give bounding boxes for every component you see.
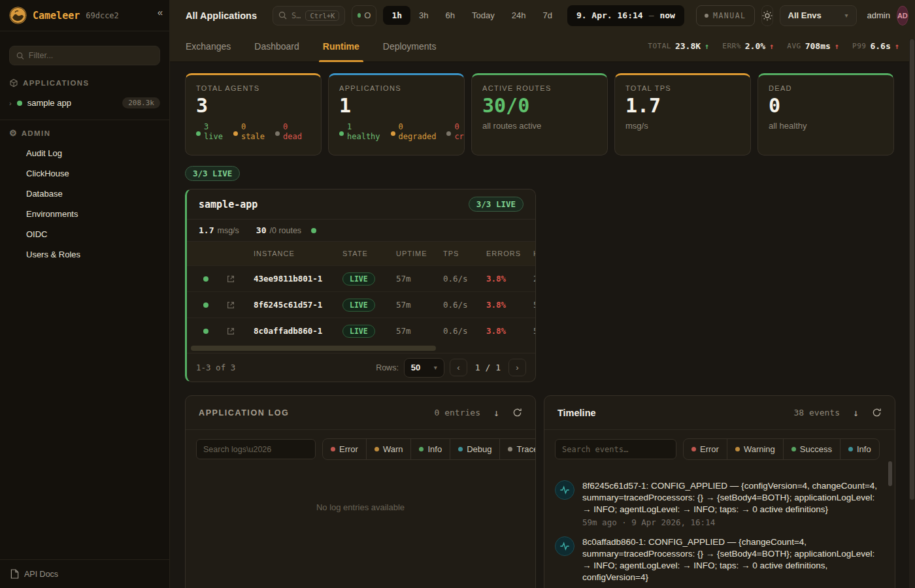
trend-up-icon: ↑ (705, 42, 709, 51)
sidebar-item-users-roles[interactable]: Users & Roles (0, 244, 169, 265)
instance-id[interactable]: 43ee9811b801-1 (244, 274, 342, 284)
rows-per-page-dropdown[interactable]: 50 ▾ (404, 358, 444, 378)
filter-label: Debug (467, 444, 491, 454)
date-range-display[interactable]: 9. Apr. 16:14 – now (567, 5, 684, 26)
time-range-7d[interactable]: 7d (534, 6, 560, 25)
filter-label: Trace (516, 444, 536, 454)
time-range-6h[interactable]: 6h (437, 6, 463, 25)
theme-toggle-button[interactable] (761, 5, 773, 26)
fleet-live-badge: 3/3 LIVE (185, 166, 240, 181)
table-row[interactable]: 43ee9811b801-1 LIVE 57m 0.6/s 3.8% 2 (187, 265, 535, 291)
state-badge: LIVE (342, 299, 375, 312)
main-area: All Applications S… Ctrl+K O 1h 3h 6h To… (170, 0, 915, 588)
debug-dot (458, 447, 463, 451)
document-icon (10, 569, 19, 579)
time-range-24h[interactable]: 24h (503, 6, 535, 25)
refresh-icon[interactable] (872, 408, 882, 417)
filter-debug[interactable]: Debug (450, 438, 500, 460)
table-row[interactable]: 8f6245c61d57-1 LIVE 57m 0.6/s 3.8% 5 (187, 291, 535, 318)
environment-selected-value: All Envs (788, 10, 822, 20)
tps-cell: 0.6/s (443, 300, 486, 310)
manual-mode-dot (705, 14, 708, 18)
download-icon[interactable]: ↓ (853, 407, 859, 419)
status-dot (391, 131, 395, 136)
external-link-icon[interactable] (226, 327, 235, 336)
sidebar-item-clickhouse[interactable]: ClickHouse (0, 163, 169, 184)
date-range-separator: – (649, 10, 654, 20)
connection-status-button[interactable]: O (352, 5, 376, 26)
avatar-initials: AD (897, 12, 908, 20)
sidebar-item-environments[interactable]: Environments (0, 204, 169, 224)
stat-value: 2.0% (745, 41, 765, 51)
sidebar-collapse-icon[interactable]: « (158, 7, 163, 18)
stat-label: TOTAL (648, 42, 671, 50)
instance-id[interactable]: 8c0affadb860-1 (244, 326, 342, 336)
page-scrollbar[interactable] (909, 39, 915, 588)
filter-label: Warn (383, 444, 403, 454)
log-search-input[interactable] (196, 439, 316, 459)
card-applications: APPLICATIONS 1 1healthy 0degraded 0criti (328, 73, 465, 155)
instance-id[interactable]: 8f6245c61d57-1 (244, 300, 342, 310)
next-page-button[interactable]: › (508, 359, 526, 376)
filter-warning[interactable]: Warning (727, 438, 784, 460)
timeline-search-input[interactable] (555, 439, 676, 459)
sidebar-item-sample-app[interactable]: › sample app 208.3k (0, 93, 169, 114)
filter-info[interactable]: Info (840, 438, 880, 460)
prev-page-button[interactable]: ‹ (450, 359, 467, 376)
application-log-header: APPLICATION LOG 0 entries ↓ (186, 396, 535, 430)
avatar[interactable]: AD (897, 6, 908, 25)
table-row[interactable]: 8c0affadb860-1 LIVE 57m 0.6/s 3.8% 5 (187, 318, 535, 344)
event-text: 8f6245c61d57-1: CONFIG_APPLIED — {config… (582, 480, 884, 515)
scrollbar-thumb[interactable] (910, 39, 914, 500)
filter-trace[interactable]: Trace (499, 438, 536, 460)
status-dot (196, 131, 201, 136)
filter-info[interactable]: Info (410, 438, 450, 460)
filter-error[interactable]: Error (322, 438, 367, 460)
filter-warn[interactable]: Warn (366, 438, 412, 460)
filter-input[interactable] (29, 51, 153, 60)
manual-refresh-toggle[interactable]: MANUAL (696, 5, 755, 26)
api-docs-link[interactable]: API Docs (0, 559, 169, 588)
time-range-1h[interactable]: 1h (383, 6, 410, 25)
environment-dropdown[interactable]: All Envs ▾ (780, 5, 857, 26)
substat-label: stale (241, 132, 265, 142)
event-timestamp: 59m ago · 9 Apr 2026, 16:14 (582, 517, 884, 527)
timeline-panel: Timeline 38 events ↓ (544, 395, 895, 588)
filter-label: Info (427, 444, 442, 454)
download-icon[interactable]: ↓ (493, 407, 499, 419)
timeline-scrollbar-thumb[interactable] (888, 461, 892, 486)
filter-success[interactable]: Success (783, 438, 840, 460)
tab-deployments[interactable]: Deployments (383, 31, 437, 62)
api-docs-label: API Docs (24, 570, 58, 579)
timeline-event[interactable]: 8c0affadb860-1: CONFIG_APPLIED — {change… (555, 536, 884, 588)
instance-status-dot (203, 302, 208, 308)
filter-error[interactable]: Error (683, 438, 727, 460)
sidebar-item-oidc[interactable]: OIDC (0, 224, 169, 244)
external-link-icon[interactable] (226, 274, 235, 284)
global-search[interactable]: S… Ctrl+K (273, 6, 345, 25)
time-range-today[interactable]: Today (463, 6, 503, 25)
external-link-icon[interactable] (226, 301, 235, 310)
state-badge: LIVE (342, 325, 375, 338)
tab-runtime[interactable]: Runtime (323, 31, 359, 62)
scrollbar-thumb[interactable] (191, 346, 436, 351)
sidebar-item-audit-log[interactable]: Audit Log (0, 143, 169, 163)
substat-critical: 0criti (446, 122, 465, 142)
chevron-right-icon[interactable]: › (9, 99, 12, 107)
time-range-3h[interactable]: 3h (410, 6, 437, 25)
build-hash: 69dcce2 (86, 11, 119, 20)
tab-exchanges[interactable]: Exchanges (186, 31, 231, 62)
col-uptime: UPTIME (396, 250, 443, 257)
tab-dashboard[interactable]: Dashboard (254, 31, 299, 62)
sidebar-item-database[interactable]: Database (0, 184, 169, 204)
substat-label: degraded (399, 132, 437, 142)
timeline-event[interactable]: 8f6245c61d57-1: CONFIG_APPLIED — {config… (555, 480, 884, 527)
table-horizontal-scrollbar[interactable] (191, 346, 531, 351)
sidebar-filter[interactable] (9, 46, 160, 65)
filter-label: Warning (744, 444, 775, 454)
stat-value: 708ms (805, 41, 831, 51)
refresh-icon[interactable] (512, 408, 522, 417)
admin-section-label: ADMIN (22, 129, 51, 137)
table-footer: 1-3 of 3 Rows: 50 ▾ ‹ 1 / 1 › (187, 353, 535, 382)
uptime-cell: 57m (396, 274, 443, 284)
